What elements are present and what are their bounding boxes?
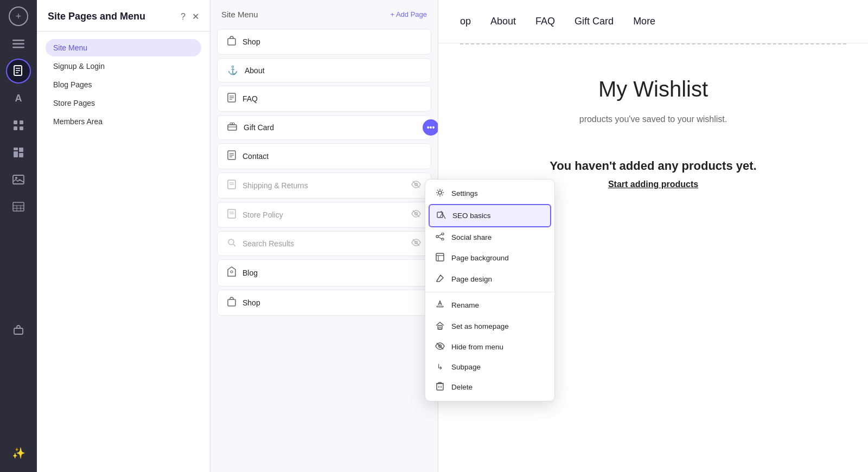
subpage-label: Subpage	[451, 363, 481, 371]
shop-icon	[227, 36, 236, 48]
context-menu-trigger[interactable]: •••	[423, 119, 438, 136]
delete-icon	[435, 382, 445, 392]
page-item-faq[interactable]: FAQ	[217, 86, 431, 112]
nav-op[interactable]: op	[460, 16, 471, 27]
svg-rect-22	[14, 328, 23, 334]
svg-rect-61	[437, 306, 443, 307]
homepage-icon	[435, 321, 445, 331]
social-icon	[435, 233, 445, 242]
nav-faq[interactable]: FAQ	[535, 16, 555, 27]
pagedesign-icon	[435, 274, 445, 284]
shop2-icon	[227, 297, 236, 309]
searchresults-label: Search Results	[242, 239, 405, 248]
svg-rect-11	[14, 148, 18, 150]
anchor-icon: ⚓	[227, 65, 238, 75]
context-menu-seo[interactable]: SEO basics	[429, 204, 551, 227]
nav-item-site-menu[interactable]: Site Menu	[46, 39, 201, 56]
context-menu-homepage[interactable]: Set as homepage	[425, 316, 554, 337]
svg-rect-2	[12, 47, 24, 48]
pages-icon[interactable]	[6, 59, 31, 84]
svg-point-48	[231, 271, 233, 273]
page-item-storepolicy[interactable]: Store Policy	[217, 202, 431, 228]
context-menu-pagebg[interactable]: Page background	[425, 247, 554, 269]
page-item-shop[interactable]: Shop	[217, 29, 431, 55]
page-item-contact[interactable]: Contact	[217, 143, 431, 169]
menu-icon[interactable]	[6, 31, 31, 56]
briefcase-icon[interactable]	[6, 317, 31, 342]
pages-list: Shop ⚓ About FAQ Gift Card •••	[210, 27, 438, 472]
page-subtitle: products you've saved to your wishlist.	[579, 114, 727, 124]
rename-label: Rename	[451, 301, 479, 309]
empty-title: You haven't added any products yet.	[550, 159, 756, 173]
help-icon[interactable]: ?	[181, 12, 186, 22]
context-menu-hide[interactable]: Hide from menu	[425, 337, 554, 357]
nav-item-members-area[interactable]: Members Area	[46, 113, 201, 130]
svg-point-16	[15, 177, 17, 179]
blog-label: Blog	[242, 269, 421, 277]
svg-line-45	[233, 244, 235, 246]
nav-about[interactable]: About	[490, 16, 516, 27]
homepage-label: Set as homepage	[451, 322, 509, 330]
context-menu-subpage[interactable]: ↳ Subpage	[425, 357, 554, 377]
svg-rect-49	[228, 299, 235, 306]
nav-more[interactable]: More	[633, 16, 655, 27]
page-item-about[interactable]: ⚓ About	[217, 58, 431, 82]
faq-label: FAQ	[242, 94, 421, 103]
page-empty-state: You haven't added any products yet. Star…	[550, 159, 756, 189]
nav-item-store-pages[interactable]: Store Pages	[46, 94, 201, 112]
context-menu-pagedesign[interactable]: Page design	[425, 269, 554, 290]
add-page-button[interactable]: + Add Page	[390, 10, 427, 18]
settings-label: Settings	[451, 189, 478, 197]
nav-giftcard[interactable]: Gift Card	[575, 16, 614, 27]
svg-rect-17	[13, 202, 24, 211]
hidemenu-label: Hide from menu	[451, 343, 503, 351]
context-menu-settings[interactable]: Settings	[425, 183, 554, 204]
svg-line-56	[438, 234, 442, 236]
faq-icon	[227, 93, 236, 105]
panel-header-icons: ? ✕	[181, 11, 199, 22]
svg-rect-0	[12, 40, 24, 41]
storepolicy-icon	[227, 209, 236, 221]
icon-bar: + A	[0, 0, 37, 472]
shipping-eye-icon	[411, 181, 421, 190]
add-icon[interactable]: +	[9, 7, 28, 26]
page-item-blog[interactable]: Blog	[217, 259, 431, 286]
blocks-icon[interactable]	[6, 140, 31, 165]
panel-nav: Site Menu Signup & Login Blog Pages Stor…	[37, 31, 210, 138]
shop2-label: Shop	[242, 298, 421, 307]
close-icon[interactable]: ✕	[192, 11, 199, 22]
contact-icon	[227, 150, 236, 162]
text-icon[interactable]: A	[6, 86, 31, 111]
image-icon[interactable]	[6, 167, 31, 192]
searchresults-eye-icon	[411, 239, 421, 248]
giftcard-label: Gift Card	[244, 123, 421, 132]
context-menu-rename[interactable]: Rename	[425, 295, 554, 316]
context-menu-delete[interactable]: Delete	[425, 377, 554, 398]
table-icon[interactable]	[6, 194, 31, 219]
context-menu-social[interactable]: Social share	[425, 227, 554, 247]
start-adding-link[interactable]: Start adding products	[550, 180, 756, 189]
panel-title: Site Pages and Menu	[48, 11, 145, 22]
delete-label: Delete	[451, 383, 473, 391]
page-item-giftcard[interactable]: Gift Card •••	[217, 115, 431, 140]
search-icon	[227, 238, 236, 249]
page-item-shop2[interactable]: Shop	[217, 290, 431, 316]
svg-rect-15	[13, 175, 24, 184]
svg-rect-10	[20, 126, 23, 130]
pagedesign-label: Page design	[451, 275, 492, 283]
settings-icon	[435, 188, 445, 199]
nav-item-signup-login[interactable]: Signup & Login	[46, 58, 201, 75]
apps-icon[interactable]	[6, 113, 31, 138]
context-menu-divider	[425, 292, 554, 292]
shop-label: Shop	[242, 37, 421, 46]
svg-point-53	[436, 235, 438, 238]
about-label: About	[245, 66, 421, 75]
nav-item-blog-pages[interactable]: Blog Pages	[46, 76, 201, 93]
shipping-label: Shipping & Returns	[242, 181, 405, 190]
page-item-searchresults[interactable]: Search Results	[217, 231, 431, 256]
page-item-shipping[interactable]: Shipping & Returns	[217, 173, 431, 199]
svg-rect-14	[19, 153, 23, 157]
blog-icon	[227, 266, 236, 279]
svg-line-57	[438, 237, 442, 239]
sparkle-icon[interactable]: ✨	[6, 441, 31, 465]
